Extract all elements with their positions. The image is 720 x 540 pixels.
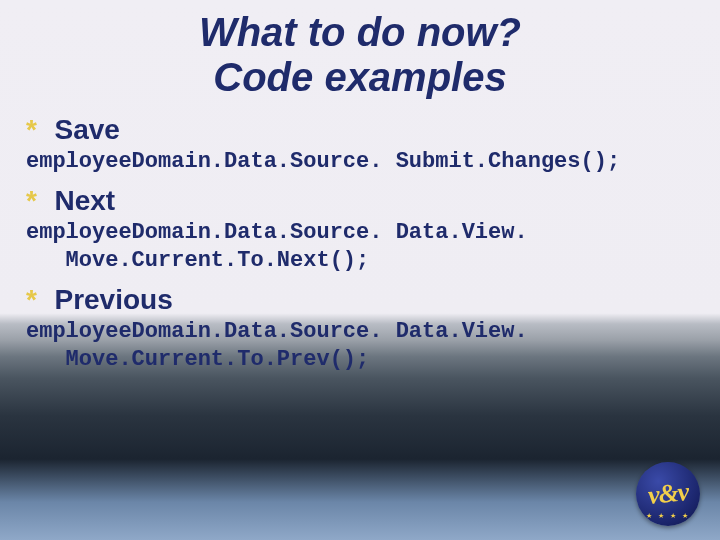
bullet-next: * Next: [26, 185, 700, 217]
code-next: employeeDomain.Data.Source. Data.View. M…: [26, 219, 700, 274]
slide-title: What to do now? Code examples: [0, 0, 720, 114]
heading-previous: Previous: [54, 284, 172, 315]
bullet-star-icon: *: [26, 187, 50, 215]
bullet-previous: * Previous: [26, 284, 700, 316]
slide-content: * Save employeeDomain.Data.Source. Submi…: [0, 114, 720, 374]
title-line-1: What to do now?: [199, 10, 521, 54]
bullet-star-icon: *: [26, 116, 50, 144]
heading-save: Save: [54, 114, 119, 145]
heading-next: Next: [54, 185, 115, 216]
code-previous: employeeDomain.Data.Source. Data.View. M…: [26, 318, 700, 373]
bullet-star-icon: *: [26, 286, 50, 314]
vv-logo: v&v ★ ★ ★ ★: [636, 462, 700, 526]
logo-stars-icon: ★ ★ ★ ★: [636, 512, 700, 520]
logo-text: v&v: [646, 477, 689, 511]
code-save: employeeDomain.Data.Source. Submit.Chang…: [26, 148, 700, 176]
title-line-2: Code examples: [213, 55, 506, 99]
bullet-save: * Save: [26, 114, 700, 146]
